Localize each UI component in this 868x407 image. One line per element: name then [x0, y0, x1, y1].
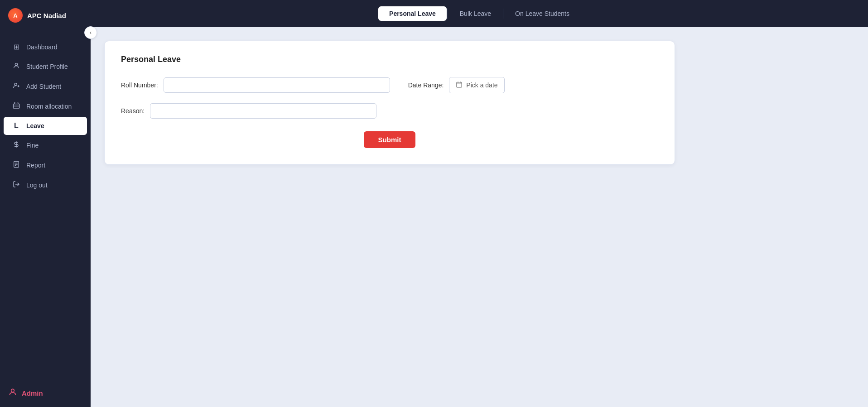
svg-rect-13: [457, 82, 462, 87]
sidebar-item-label: Leave: [26, 122, 44, 129]
sidebar-item-report[interactable]: Report: [4, 156, 87, 175]
sidebar-item-leave[interactable]: L Leave: [4, 117, 87, 135]
date-picker-label: Pick a date: [466, 81, 497, 89]
roll-number-label: Roll Number:: [121, 81, 158, 89]
roll-number-group: Roll Number:: [121, 77, 390, 93]
report-icon: [12, 161, 21, 170]
svg-point-1: [14, 83, 17, 86]
sidebar-item-student-profile[interactable]: Student Profile: [4, 57, 87, 76]
logo-area: A APC Nadiad: [0, 0, 91, 31]
tab-divider-1: [448, 9, 448, 19]
date-picker-button[interactable]: Pick a date: [449, 77, 504, 93]
admin-label: Admin: [22, 389, 43, 397]
page-content: Personal Leave Roll Number: Date Range: …: [91, 27, 868, 407]
calendar-icon: [456, 81, 463, 89]
tab-on-leave-students[interactable]: On Leave Students: [504, 6, 580, 21]
fine-icon: [12, 141, 21, 150]
sidebar-item-label: Room allocation: [26, 103, 72, 110]
logo-text: APC Nadiad: [27, 12, 66, 19]
sidebar-item-label: Fine: [26, 142, 39, 149]
dashboard-icon: ⊞: [12, 43, 21, 51]
logout-icon: [12, 181, 21, 190]
sidebar-item-label: Student Profile: [26, 63, 68, 70]
tab-divider-2: [503, 9, 503, 19]
reason-label: Reason:: [121, 107, 145, 115]
admin-section: Admin: [0, 379, 91, 407]
sidebar-item-label: Add Student: [26, 83, 61, 90]
sidebar-item-label: Dashboard: [26, 43, 58, 51]
sidebar-item-dashboard[interactable]: ⊞ Dashboard: [4, 38, 87, 56]
add-student-icon: [12, 82, 21, 91]
roll-number-input[interactable]: [164, 77, 390, 93]
personal-leave-card: Personal Leave Roll Number: Date Range: …: [104, 41, 675, 165]
logo-initials: A: [13, 12, 17, 19]
form-row-reason: Reason:: [121, 103, 658, 119]
reason-input[interactable]: [150, 103, 376, 119]
room-allocation-icon: [12, 102, 21, 111]
form-row-roll-date: Roll Number: Date Range: Pick a date: [121, 77, 658, 93]
sidebar-item-room-allocation[interactable]: Room allocation: [4, 97, 87, 116]
student-profile-icon: [12, 62, 21, 71]
sidebar-item-add-student[interactable]: Add Student: [4, 77, 87, 96]
sidebar-item-fine[interactable]: Fine: [4, 136, 87, 155]
sidebar-nav: ⊞ Dashboard Student Profile Add Student …: [0, 31, 91, 379]
topbar: Personal Leave Bulk Leave On Leave Stude…: [91, 0, 868, 27]
date-range-label: Date Range:: [408, 81, 444, 89]
leave-icon: L: [12, 122, 21, 130]
sidebar-collapse-button[interactable]: ‹: [84, 26, 97, 39]
svg-point-0: [15, 63, 17, 66]
sidebar-item-label: Report: [26, 162, 45, 169]
submit-button[interactable]: Submit: [364, 131, 416, 148]
tab-personal-leave[interactable]: Personal Leave: [378, 6, 447, 21]
logo-icon: A: [8, 8, 23, 23]
main-content: Personal Leave Bulk Leave On Leave Stude…: [91, 0, 868, 407]
svg-point-12: [11, 389, 14, 392]
tab-bulk-leave[interactable]: Bulk Leave: [449, 6, 502, 21]
admin-icon: [8, 388, 17, 399]
date-range-group: Date Range: Pick a date: [408, 77, 505, 93]
sidebar: A APC Nadiad ‹ ⊞ Dashboard Student Profi…: [0, 0, 91, 407]
submit-row: Submit: [121, 131, 658, 148]
sidebar-item-label: Log out: [26, 182, 48, 189]
card-title: Personal Leave: [121, 55, 658, 64]
sidebar-item-logout[interactable]: Log out: [4, 176, 87, 195]
